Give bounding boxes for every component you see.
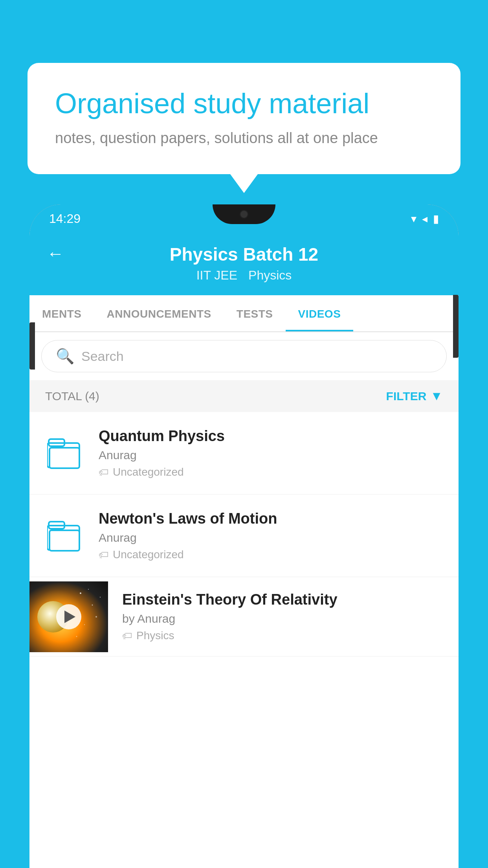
- video-info: Einstein's Theory Of Relativity by Anura…: [122, 577, 459, 656]
- wifi-icon: ▾: [411, 212, 416, 225]
- total-count: TOTAL (4): [45, 390, 99, 403]
- tab-announcements[interactable]: ANNOUNCEMENTS: [94, 295, 224, 331]
- bubble-title: Organised study material: [55, 86, 433, 120]
- filter-button[interactable]: FILTER ▼: [386, 389, 443, 403]
- battery-icon: ▮: [433, 212, 439, 225]
- video-title: Quantum Physics: [99, 428, 443, 445]
- search-icon: 🔍: [56, 348, 74, 365]
- folder-icon-container: [45, 514, 84, 557]
- svg-point-10: [100, 597, 101, 598]
- video-thumbnail: [29, 581, 108, 652]
- svg-point-9: [95, 616, 97, 618]
- video-author: Anurag: [99, 449, 443, 462]
- video-title: Newton's Laws of Motion: [99, 510, 443, 527]
- tab-videos[interactable]: VIDEOS: [286, 295, 354, 331]
- tag-icon: 🏷: [99, 466, 109, 478]
- video-info: Newton's Laws of Motion Anurag 🏷 Uncateg…: [99, 510, 443, 561]
- header-tags: IIT JEE Physics: [196, 268, 292, 283]
- video-info: Quantum Physics Anurag 🏷 Uncategorized: [99, 428, 443, 478]
- notch-camera: [240, 210, 248, 219]
- header-title: Physics Batch 12: [170, 244, 318, 265]
- content-area: Quantum Physics Anurag 🏷 Uncategorized: [29, 412, 459, 657]
- tab-tests[interactable]: TESTS: [224, 295, 286, 331]
- video-tag: 🏷 Physics: [122, 629, 444, 642]
- phone-power-button: [453, 295, 459, 358]
- speech-bubble: Organised study material notes, question…: [28, 63, 460, 174]
- list-item[interactable]: Einstein's Theory Of Relativity by Anura…: [29, 577, 459, 657]
- bubble-subtitle: notes, question papers, solutions all at…: [55, 130, 433, 147]
- header-tag-iitjee: IIT JEE: [196, 268, 237, 283]
- folder-icon-container: [45, 432, 84, 475]
- folder-icon: [47, 438, 83, 469]
- play-icon: [64, 611, 75, 623]
- svg-rect-2: [50, 448, 79, 468]
- tabs-bar: MENTS ANNOUNCEMENTS TESTS VIDEOS: [29, 295, 459, 332]
- header-tag-physics: Physics: [248, 268, 292, 283]
- filter-icon: ▼: [430, 389, 443, 403]
- video-tag: 🏷 Uncategorized: [99, 548, 443, 561]
- svg-point-7: [92, 604, 93, 605]
- video-title: Einstein's Theory Of Relativity: [122, 591, 444, 608]
- status-time: 14:29: [49, 211, 81, 226]
- list-item[interactable]: Newton's Laws of Motion Anurag 🏷 Uncateg…: [29, 495, 459, 577]
- status-icons: ▾ ◂ ▮: [411, 212, 439, 225]
- tag-label: Uncategorized: [113, 548, 184, 561]
- speech-bubble-container: Organised study material notes, question…: [28, 63, 460, 174]
- notch: [213, 204, 275, 224]
- signal-icon: ◂: [422, 212, 427, 225]
- phone-frame: 14:29 ▾ ◂ ▮ ← Physics Batch 12 IIT JEE P…: [29, 204, 459, 868]
- folder-icon: [47, 520, 83, 552]
- svg-point-8: [88, 589, 89, 590]
- phone-volume-buttons: [29, 322, 35, 370]
- tag-label: Physics: [136, 629, 174, 642]
- search-bar[interactable]: 🔍 Search: [41, 340, 447, 372]
- tab-ments[interactable]: MENTS: [29, 295, 94, 331]
- filter-label: FILTER: [386, 390, 427, 403]
- app-header: ← Physics Batch 12 IIT JEE Physics: [29, 233, 459, 295]
- svg-point-11: [76, 636, 77, 637]
- back-button[interactable]: ←: [47, 244, 64, 263]
- video-tag: 🏷 Uncategorized: [99, 466, 443, 478]
- list-item[interactable]: Quantum Physics Anurag 🏷 Uncategorized: [29, 412, 459, 495]
- tag-icon: 🏷: [122, 630, 132, 642]
- play-button[interactable]: [56, 604, 81, 629]
- status-bar: 14:29 ▾ ◂ ▮: [29, 204, 459, 233]
- phone-inner: 14:29 ▾ ◂ ▮ ← Physics Batch 12 IIT JEE P…: [29, 204, 459, 868]
- svg-rect-5: [50, 530, 79, 551]
- search-input[interactable]: Search: [81, 349, 124, 364]
- tag-icon: 🏷: [99, 549, 109, 561]
- video-author: Anurag: [99, 531, 443, 544]
- svg-point-6: [80, 592, 81, 594]
- video-author: by Anurag: [122, 612, 444, 625]
- search-bar-container: 🔍 Search: [29, 332, 459, 380]
- svg-point-12: [84, 624, 85, 625]
- tag-label: Uncategorized: [113, 466, 184, 478]
- filter-bar: TOTAL (4) FILTER ▼: [29, 380, 459, 412]
